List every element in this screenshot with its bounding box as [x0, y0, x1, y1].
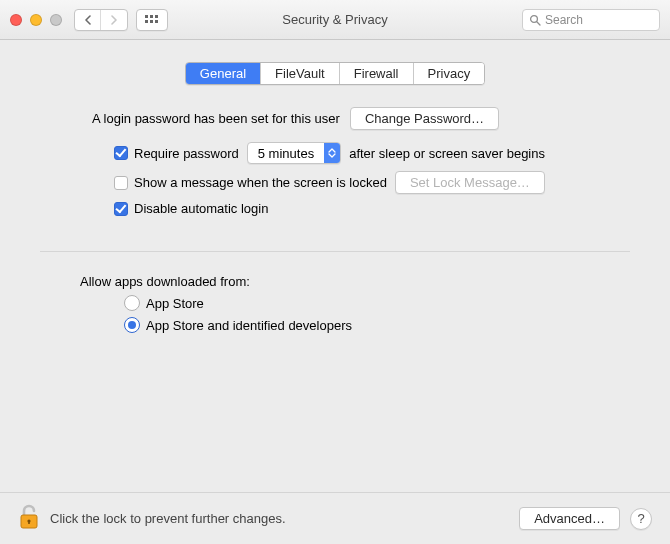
svg-rect-1 [150, 15, 153, 18]
search-field-wrap[interactable] [522, 9, 660, 31]
titlebar: Security & Privacy [0, 0, 670, 40]
search-icon [529, 14, 541, 26]
window-controls [10, 14, 62, 26]
advanced-button[interactable]: Advanced… [519, 507, 620, 530]
gatekeeper-section: Allow apps downloaded from: App Store Ap… [20, 252, 650, 345]
require-password-prefix: Require password [134, 146, 239, 161]
help-button[interactable]: ? [630, 508, 652, 530]
show-lock-message-label: Show a message when the screen is locked [134, 175, 387, 190]
login-password-text: A login password has been set for this u… [92, 111, 340, 126]
show-lock-message-checkbox[interactable] [114, 176, 128, 190]
require-password-delay-value: 5 minutes [248, 146, 324, 161]
require-password-checkbox[interactable] [114, 146, 128, 160]
disable-auto-login-checkbox[interactable] [114, 202, 128, 216]
back-button[interactable] [75, 10, 101, 30]
allow-apps-identified-radio[interactable] [124, 317, 140, 333]
svg-rect-5 [155, 20, 158, 23]
tab-firewall[interactable]: Firewall [340, 63, 414, 84]
svg-rect-10 [28, 521, 30, 524]
popup-arrows-icon [324, 143, 340, 163]
svg-rect-3 [145, 20, 148, 23]
nav-back-forward [74, 9, 128, 31]
set-lock-message-button: Set Lock Message… [395, 171, 545, 194]
allow-apps-appstore-label: App Store [146, 296, 204, 311]
forward-button[interactable] [101, 10, 127, 30]
close-window[interactable] [10, 14, 22, 26]
disable-auto-login-label: Disable automatic login [134, 201, 268, 216]
footer: Click the lock to prevent further change… [0, 492, 670, 544]
lock-icon[interactable] [18, 503, 40, 534]
allow-apps-identified-label: App Store and identified developers [146, 318, 352, 333]
allow-apps-heading: Allow apps downloaded from: [80, 274, 602, 289]
tab-general[interactable]: General [186, 63, 261, 84]
content-area: General FileVault Firewall Privacy A log… [0, 40, 670, 492]
tab-bar: General FileVault Firewall Privacy [185, 62, 485, 85]
allow-apps-appstore-radio[interactable] [124, 295, 140, 311]
tab-filevault[interactable]: FileVault [261, 63, 340, 84]
svg-point-6 [531, 15, 538, 22]
show-all-button[interactable] [136, 9, 168, 31]
search-input[interactable] [545, 13, 653, 27]
minimize-window[interactable] [30, 14, 42, 26]
svg-rect-4 [150, 20, 153, 23]
require-password-suffix: after sleep or screen saver begins [349, 146, 545, 161]
login-password-section: A login password has been set for this u… [20, 85, 650, 251]
svg-rect-0 [145, 15, 148, 18]
svg-rect-2 [155, 15, 158, 18]
zoom-window-disabled [50, 14, 62, 26]
require-password-delay-popup[interactable]: 5 minutes [247, 142, 341, 164]
change-password-button[interactable]: Change Password… [350, 107, 499, 130]
lock-text: Click the lock to prevent further change… [50, 511, 286, 526]
tab-privacy[interactable]: Privacy [414, 63, 485, 84]
svg-line-7 [537, 22, 540, 25]
